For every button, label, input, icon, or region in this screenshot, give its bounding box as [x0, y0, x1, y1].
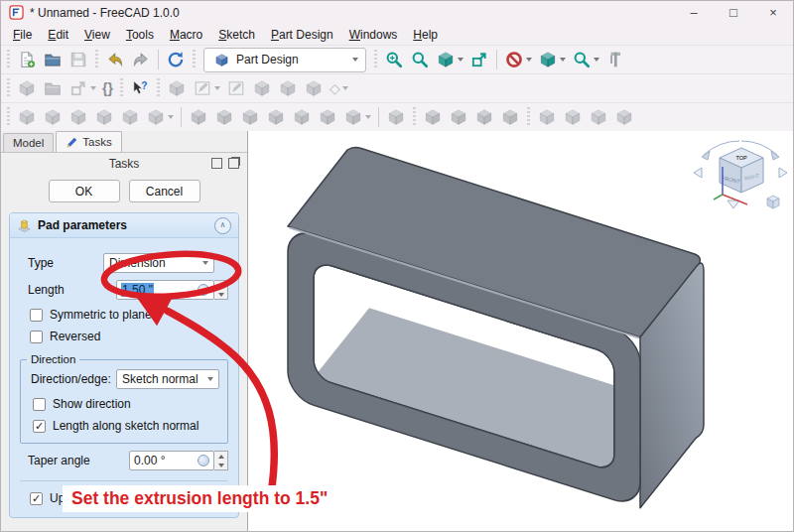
menu-tools[interactable]: Tools — [118, 26, 162, 44]
toolbar-drag-handle[interactable] — [525, 107, 532, 127]
pad-parameters-title: Pad parameters — [38, 218, 208, 232]
create-body-button — [165, 76, 189, 100]
expression-actions-icon: {} — [102, 78, 113, 98]
groove-icon — [240, 107, 260, 127]
toolbar-drag-handle[interactable] — [411, 107, 418, 127]
reversed-label: Reversed — [50, 330, 100, 343]
menu-macro[interactable]: Macro — [162, 26, 210, 44]
menu-part-design[interactable]: Part Design — [263, 26, 341, 44]
additive-sweep-icon — [94, 107, 114, 127]
toolbar-drag-handle[interactable] — [191, 50, 198, 69]
panel-tabs: ModelTasks — [1, 131, 247, 153]
draw-style-button[interactable] — [536, 48, 568, 71]
navigation-cube[interactable]: TOP FRONT RIGHT — [690, 139, 789, 214]
tab-tasks[interactable]: Tasks — [56, 131, 121, 152]
undo-button[interactable] — [103, 48, 127, 71]
redo-button[interactable] — [129, 48, 153, 71]
toolbar-drag-handle[interactable] — [5, 107, 12, 127]
length-input[interactable]: 1.50 " — [116, 280, 214, 300]
length-label: Length — [20, 283, 116, 297]
menu-sketch[interactable]: Sketch — [210, 26, 263, 44]
reversed-checkbox[interactable] — [30, 331, 43, 343]
length-value: 1.50 " — [121, 283, 154, 297]
create-part-icon — [17, 78, 37, 98]
menu-windows[interactable]: Windows — [341, 26, 406, 44]
open-document-button[interactable] — [41, 48, 65, 71]
type-label: Type — [20, 256, 103, 270]
direction-edge-dropdown[interactable]: Sketch normal — [116, 369, 219, 389]
length-along-normal-label: Length along sketch normal — [53, 419, 198, 433]
3d-viewport[interactable]: TOP FRONT RIGHT — [247, 131, 793, 531]
standard-views-button[interactable] — [434, 48, 465, 71]
show-direction-checkbox[interactable] — [33, 398, 46, 411]
sync-view-icon — [469, 50, 489, 69]
navcube-mini-cube[interactable] — [767, 196, 779, 208]
subtractive-helix-button — [316, 105, 339, 129]
float-panel-icon[interactable] — [228, 158, 239, 169]
freecad-window: * Unnamed - FreeCAD 1.0.0 –□× FileEditVi… — [0, 0, 794, 532]
toolbar-separator — [492, 49, 501, 70]
open-document-icon — [43, 50, 63, 69]
symmetric-checkbox[interactable] — [30, 309, 43, 322]
whats-this-button[interactable] — [128, 76, 152, 100]
clipping-plane-button[interactable] — [502, 48, 534, 71]
toolbar-drag-handle[interactable] — [155, 78, 162, 98]
length-along-normal-checkbox[interactable]: ✓ — [33, 420, 46, 433]
fit-selection-button[interactable] — [408, 48, 432, 71]
expression-actions-button[interactable]: {} — [100, 76, 115, 100]
ok-button[interactable]: OK — [49, 180, 120, 202]
fit-all-button[interactable] — [382, 48, 406, 71]
toolbar-file-view: Part Design — [1, 45, 793, 73]
tab-model[interactable]: Model — [3, 133, 54, 152]
menu-edit[interactable]: Edit — [40, 26, 76, 44]
minimize-button[interactable]: – — [674, 1, 714, 24]
fit-all-icon — [384, 50, 404, 69]
subtractive-primitive-button — [341, 105, 373, 129]
expression-icon[interactable] — [198, 284, 209, 296]
toolbar-drag-handle[interactable] — [5, 50, 12, 69]
navcube-rotate-down-arrow[interactable] — [728, 200, 739, 208]
zoom-tools-button[interactable] — [570, 48, 601, 71]
type-dropdown[interactable]: Dimension — [103, 253, 214, 273]
length-spinner[interactable] — [214, 280, 228, 300]
taper-angle-input[interactable]: 0.00 ° — [129, 451, 214, 470]
toolbar-drag-handle[interactable] — [118, 78, 125, 98]
cancel-button[interactable]: Cancel — [129, 180, 200, 202]
maximize-button[interactable]: □ — [714, 1, 753, 24]
chevron-down-icon — [526, 58, 532, 62]
menu-help[interactable]: Help — [405, 26, 446, 44]
save-document-button — [66, 48, 90, 71]
mirrored-button — [535, 105, 559, 129]
chevron-down-icon — [214, 86, 220, 90]
refresh-button[interactable] — [164, 48, 188, 71]
new-document-button[interactable] — [15, 48, 39, 71]
draft-button — [472, 105, 496, 129]
collapse-section-button[interactable]: ∧ — [214, 217, 231, 234]
menu-view[interactable]: View — [76, 26, 118, 44]
measure-button[interactable] — [603, 48, 627, 71]
dock-panel-icon[interactable] — [211, 158, 222, 169]
direction-group-label: Direction — [27, 353, 79, 365]
chevron-down-icon — [168, 115, 174, 119]
boolean-operation-button — [384, 105, 408, 129]
map-sketch-to-face-icon — [252, 78, 272, 98]
sync-view-button[interactable] — [467, 48, 491, 71]
navcube-rotate-right-arrow[interactable] — [779, 168, 787, 178]
update-view-checkbox[interactable]: ✓ — [30, 492, 43, 505]
workbench-selector[interactable]: Part Design — [203, 48, 366, 72]
refresh-icon — [166, 50, 186, 69]
chevron-down-icon — [90, 86, 96, 90]
close-button[interactable]: × — [753, 1, 793, 24]
taper-angle-spinner[interactable] — [214, 451, 228, 470]
create-sketch-button — [191, 76, 222, 100]
pad-parameters-panel: Pad parameters ∧ Type Dimension Length — [9, 212, 239, 518]
toolbar-drag-handle[interactable] — [5, 78, 12, 98]
navcube-rotate-left-arrow[interactable] — [694, 168, 702, 178]
toolbar-drag-handle[interactable] — [93, 50, 100, 69]
measure-icon — [605, 50, 625, 69]
expression-icon[interactable] — [198, 455, 209, 466]
polar-pattern-button — [587, 105, 610, 129]
toolbar-drag-handle[interactable] — [372, 50, 379, 69]
menu-file[interactable]: File — [5, 26, 40, 44]
tab-label: Model — [13, 137, 44, 149]
